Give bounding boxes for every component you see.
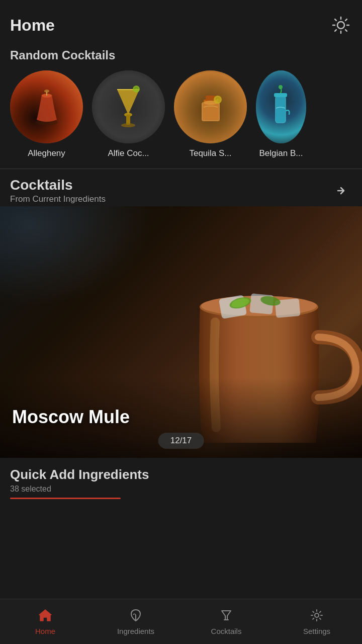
svg-point-7: [133, 86, 140, 93]
settings-nav-icon: [309, 608, 324, 625]
featured-cocktail-name: Moscow Mule: [12, 407, 130, 428]
cocktail-icon: [219, 608, 234, 625]
app-header: Home: [0, 0, 362, 44]
cocktail-name-belgian: Belgian B...: [259, 148, 303, 158]
cocktails-title-block: Cocktails From Current Ingredients: [10, 177, 106, 204]
nav-label-cocktails: Cocktails: [211, 627, 242, 635]
page-indicator: 12/17: [158, 433, 204, 449]
cocktails-arrow-button[interactable]: [330, 180, 352, 202]
cocktail-name-tequila: Tequila S...: [189, 148, 231, 158]
quick-add-underline: [10, 498, 121, 499]
cocktails-section-title: Cocktails: [10, 177, 106, 193]
cocktail-image-allegheny: [10, 70, 83, 143]
svg-point-6: [121, 123, 135, 127]
quick-add-subtitle: 38 selected: [10, 485, 352, 494]
home-icon: [38, 608, 53, 625]
random-cocktails-list: Allegheny Alfie Coc...: [0, 68, 362, 169]
svg-point-26: [315, 613, 319, 617]
svg-point-17: [279, 85, 283, 89]
random-cocktails-label: Random Cocktails: [0, 44, 362, 68]
quick-add-section: Quick Add Ingredients 38 selected: [0, 458, 362, 503]
settings-gear-button[interactable]: [330, 14, 352, 36]
nav-item-cocktails[interactable]: Cocktails: [181, 604, 272, 639]
nav-item-home[interactable]: Home: [0, 604, 90, 639]
featured-cocktail-image[interactable]: Moscow Mule 12/17: [0, 206, 362, 458]
svg-rect-16: [274, 93, 287, 97]
cocktail-item-tequila[interactable]: Tequila S...: [174, 70, 247, 158]
nav-label-home: Home: [35, 627, 55, 635]
svg-point-3: [44, 90, 49, 93]
nav-label-settings: Settings: [303, 627, 330, 635]
svg-point-0: [337, 22, 344, 29]
nav-item-settings[interactable]: Settings: [272, 604, 362, 639]
leaf-icon: [128, 608, 143, 625]
nav-item-ingredients[interactable]: Ingredients: [90, 604, 181, 639]
cocktail-image-belgian: [256, 70, 306, 143]
cocktail-name-allegheny: Allegheny: [28, 148, 65, 158]
svg-rect-15: [276, 97, 285, 122]
quick-add-title: Quick Add Ingredients: [10, 467, 352, 482]
cocktails-section-header: Cocktails From Current Ingredients: [0, 169, 362, 206]
cocktail-item-belgian[interactable]: Belgian B...: [256, 70, 306, 158]
nav-label-ingredients: Ingredients: [117, 627, 154, 635]
cocktail-item-allegheny[interactable]: Allegheny: [10, 70, 83, 158]
page-title: Home: [10, 16, 55, 35]
svg-point-13: [214, 96, 222, 104]
cocktail-item-alfie[interactable]: Alfie Coc...: [92, 70, 165, 158]
cocktail-image-tequila: [174, 70, 247, 143]
bottom-navigation: Home Ingredients Cocktails Setti: [0, 599, 362, 644]
cocktail-name-alfie: Alfie Coc...: [108, 148, 149, 158]
cocktails-section-subtitle: From Current Ingredients: [10, 194, 106, 204]
cocktail-image-alfie: [92, 70, 165, 143]
